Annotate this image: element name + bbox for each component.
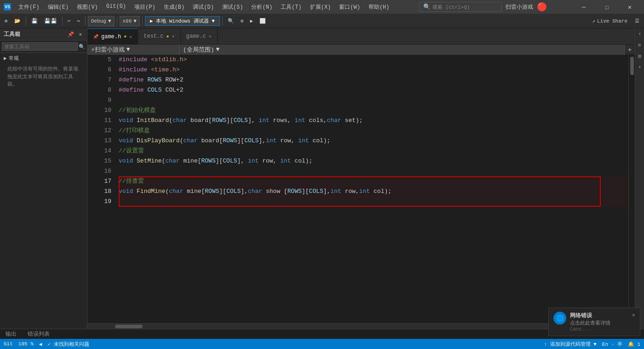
toolbar-undo[interactable]: ↩ bbox=[65, 17, 74, 25]
section-label: 常规 bbox=[9, 55, 19, 62]
search-bar[interactable]: 🔍 搜索 (Ctrl+Q) bbox=[419, 2, 502, 12]
right-sidebar-icon-2[interactable]: ⚙ bbox=[636, 41, 644, 49]
line-numbers: 5 6 7 8 9 10 11 12 13 14 15 16 17 18 19 bbox=[93, 55, 116, 323]
bottom-tab-output[interactable]: 输出 bbox=[4, 330, 18, 338]
no-issues-status[interactable]: ✓ 未找到相关问题 bbox=[47, 341, 89, 348]
code-content[interactable]: #include <stdlib.h> #include <time.h> #d… bbox=[119, 55, 628, 323]
close-button[interactable]: ✕ bbox=[619, 0, 640, 14]
menu-extensions[interactable]: 扩展(X) bbox=[306, 2, 335, 12]
toolbar-extra3[interactable]: ⬜ bbox=[257, 17, 269, 25]
code-line-7: #define ROWS ROW+2 bbox=[119, 75, 628, 85]
debug-mode-label: Debug bbox=[91, 18, 106, 24]
menu-analyze[interactable]: 分析(N) bbox=[247, 2, 276, 12]
notification-title: 网络错误 bbox=[570, 312, 628, 320]
status-right: ↑ 添加到源代码管理 ▼ En · 半 🔔 1 bbox=[544, 341, 640, 348]
nav-add-button[interactable]: ＋ bbox=[625, 45, 635, 55]
zoom-level[interactable]: 105 % bbox=[18, 341, 34, 347]
menu-project[interactable]: 项目(P) bbox=[131, 2, 159, 12]
toolbar-sep-6 bbox=[222, 17, 223, 26]
sidebar-title: 工具箱 bbox=[4, 30, 20, 38]
platform-dropdown[interactable]: x86 ▼ bbox=[120, 16, 140, 26]
menu-tools[interactable]: 工具(T) bbox=[277, 2, 305, 12]
bottom-tab-errors[interactable]: 错误列表 bbox=[26, 330, 52, 338]
toolbar-settings[interactable]: ☰ bbox=[632, 17, 642, 25]
sidebar-pin-button[interactable]: 📌 bbox=[66, 31, 75, 38]
nav-scope-dropdown[interactable]: (全局范围) ▼ bbox=[179, 45, 625, 55]
minimize-button[interactable]: — bbox=[573, 0, 594, 14]
menu-view[interactable]: 视图(V) bbox=[73, 2, 102, 12]
toolbar-save[interactable]: 💾 bbox=[29, 17, 40, 25]
code-line-16 bbox=[119, 166, 628, 176]
line-num-9: 9 bbox=[93, 95, 111, 105]
toolbar-redo[interactable]: ↪ bbox=[74, 17, 83, 25]
menu-file[interactable]: 文件(F) bbox=[15, 2, 43, 12]
toolbar-open[interactable]: 📂 bbox=[12, 17, 23, 25]
avatar-icon[interactable]: 🔴 bbox=[537, 2, 547, 12]
nav-file-label: ⚡扫雷小游戏 bbox=[91, 46, 125, 54]
sidebar-actions: 📌 ✕ bbox=[66, 31, 83, 38]
vertical-scrollbar[interactable] bbox=[628, 55, 635, 323]
sidebar-close-button[interactable]: ✕ bbox=[77, 31, 83, 38]
run-button[interactable]: ▶ 本地 Windows 调试器 ▼ bbox=[145, 16, 220, 26]
live-share-button[interactable]: ↗ Live Share bbox=[588, 18, 631, 24]
maximize-button[interactable]: ☐ bbox=[596, 0, 617, 14]
toolbar-extra2[interactable]: ▶ bbox=[247, 17, 256, 25]
code-line-10: //初始化棋盘 bbox=[119, 105, 628, 116]
search-icon: 🔍 bbox=[423, 3, 431, 11]
notification-cancel[interactable]: Canc... bbox=[570, 326, 628, 332]
menu-window[interactable]: 窗口(W) bbox=[335, 2, 364, 12]
section-header-general[interactable]: ▶ 常规 bbox=[4, 55, 83, 62]
h-scroll-thumb[interactable] bbox=[115, 325, 143, 328]
triangle-icon: ▶ bbox=[4, 55, 7, 61]
tab-game-h-close[interactable]: ✕ bbox=[129, 34, 132, 40]
menu-debug[interactable]: 调试(D) bbox=[189, 2, 218, 12]
debug-mode-dropdown[interactable]: Debug ▼ bbox=[88, 16, 115, 26]
tab-test-c-modified: ● bbox=[166, 34, 169, 39]
tab-bar: 📌 game.h ● ✕ test.c ● ✕ game.c ✕ bbox=[87, 29, 635, 45]
tab-game-h[interactable]: 📌 game.h ● ✕ bbox=[87, 29, 138, 45]
tab-game-h-modified: ● bbox=[124, 34, 126, 39]
code-line-13: void DisPlayBoard ( char board[ ROWS ][ … bbox=[119, 136, 628, 146]
menu-help[interactable]: 帮助(H) bbox=[365, 2, 393, 12]
line-num-11: 11 bbox=[93, 116, 111, 126]
notification-details-link[interactable]: 点击此处查看详情 bbox=[570, 320, 628, 326]
tab-game-c[interactable]: game.c ✕ bbox=[181, 29, 218, 45]
input-mode-indicator[interactable]: En · 半 bbox=[602, 341, 622, 348]
tab-test-c[interactable]: test.c ● ✕ bbox=[138, 29, 180, 45]
right-sidebar: ⬆ ⚙ ▤ ⬇ bbox=[635, 29, 644, 329]
git-status[interactable]: Git bbox=[4, 341, 13, 347]
code-line-12: //打印棋盘 bbox=[119, 126, 628, 136]
scroll-thumb[interactable] bbox=[630, 57, 634, 75]
tab-pin-icon: 📌 bbox=[93, 34, 98, 40]
window-title: 扫雷小游戏 bbox=[506, 3, 533, 11]
section-empty-message: 此组中没有可用的控件。将某项拖至此文本可将其添加到工具箱。 bbox=[4, 62, 83, 92]
line-num-19: 19 bbox=[93, 197, 111, 207]
code-line-17: //排查雷 bbox=[119, 176, 628, 186]
notification-icon[interactable]: 🔔 1 bbox=[628, 341, 640, 347]
nav-file-dropdown[interactable]: ⚡扫雷小游戏 ▼ bbox=[87, 45, 179, 55]
toolbar-extra1[interactable]: ⚙ bbox=[238, 17, 247, 25]
status-bar: Git 105 % ◀ ✓ 未找到相关问题 ↑ 添加到源代码管理 ▼ En · … bbox=[0, 339, 644, 349]
menu-build[interactable]: 生成(B) bbox=[160, 2, 189, 12]
tab-test-c-close[interactable]: ✕ bbox=[172, 34, 175, 39]
line-num-8: 8 bbox=[93, 85, 111, 95]
editor-area: 📌 game.h ● ✕ test.c ● ✕ game.c ✕ ⚡扫雷小游戏 … bbox=[87, 29, 635, 329]
toolbox-search-input[interactable] bbox=[2, 42, 78, 51]
menu-git[interactable]: Git(G) bbox=[103, 2, 130, 12]
source-control-label[interactable]: ↑ 添加到源代码管理 ▼ bbox=[544, 341, 596, 348]
toolbar-new[interactable]: ⊕ bbox=[2, 17, 11, 25]
notification-close-button[interactable]: ✕ bbox=[632, 312, 635, 319]
tab-game-c-label: game.c bbox=[186, 33, 206, 40]
toolbar-saveall[interactable]: 💾💾 bbox=[41, 17, 60, 25]
toolbar-sep-2 bbox=[62, 17, 63, 26]
tab-game-c-close[interactable]: ✕ bbox=[209, 34, 212, 39]
code-line-8: #define COLS COL+2 bbox=[119, 85, 628, 95]
menu-edit[interactable]: 编辑(E) bbox=[44, 2, 73, 12]
toolbox-search-box: 🔍 bbox=[0, 41, 87, 53]
menu-test[interactable]: 测试(S) bbox=[218, 2, 247, 12]
right-sidebar-icon-1[interactable]: ⬆ bbox=[636, 30, 644, 38]
toolbar-search[interactable]: 🔍 bbox=[225, 17, 237, 25]
nav-chevron-icon: ▼ bbox=[126, 46, 130, 53]
right-sidebar-icon-4[interactable]: ⬇ bbox=[636, 64, 644, 71]
right-sidebar-icon-3[interactable]: ▤ bbox=[636, 52, 644, 60]
